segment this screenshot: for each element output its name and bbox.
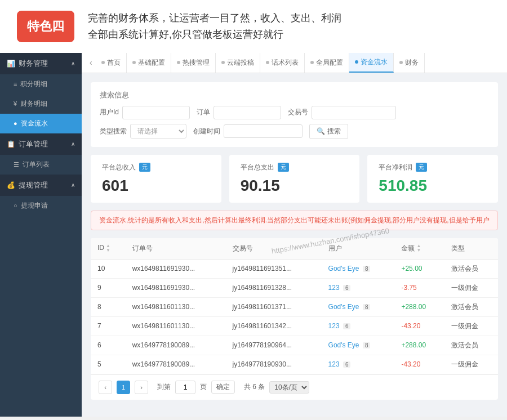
- prev-page-btn[interactable]: ‹: [99, 381, 112, 394]
- stat-label-total-income: 平台总收入 元: [102, 163, 210, 172]
- cell-type-4: 激活会员: [444, 336, 498, 355]
- item-label-capital-flow: 资金流水: [21, 119, 48, 128]
- page-unit-label: 页: [200, 382, 207, 392]
- search-field-order: 订单: [197, 106, 281, 119]
- tab-cloud-post[interactable]: 云端投稿: [216, 53, 260, 73]
- tab-skill-list[interactable]: 话术列表: [260, 53, 305, 73]
- tab-dot-home: [101, 61, 105, 64]
- tab-bar-items: 首页基础配置热搜管理云端投稿话术列表全局配置资金流水财务: [96, 53, 425, 73]
- tab-label-capital-flow-tab: 资金流水: [361, 53, 388, 73]
- cell-order-4: wx1649778190089...: [126, 336, 226, 355]
- createtime-input[interactable]: [224, 124, 303, 138]
- tab-label-home: 首页: [107, 53, 121, 73]
- sidebar-section-finance[interactable]: 📊财务管理∧: [0, 53, 82, 74]
- user-link-5[interactable]: 123: [328, 360, 340, 368]
- user-badge-1: 6: [343, 285, 351, 291]
- main-area: 📊财务管理∧≡积分明细¥财务明细●资金流水📋订单管理∧☰订单列表💰提现管理∧○提…: [0, 53, 507, 417]
- user-link-3[interactable]: 123: [328, 322, 340, 330]
- th-trade-no: 交易号: [226, 238, 322, 260]
- th-id[interactable]: ID▲▼: [91, 238, 126, 260]
- tab-home[interactable]: 首页: [96, 53, 127, 73]
- tab-capital-flow-tab[interactable]: 资金流水: [349, 53, 394, 73]
- banner-text: 完善的财务体系，让运营者一目了然，收入、支出、利润 全部由系统计算好,你只管做老…: [88, 10, 341, 43]
- type-select[interactable]: 请选择 激活会员 一级佣金: [130, 124, 186, 138]
- cell-user-2: God's Eye 8: [322, 297, 395, 316]
- next-page-btn[interactable]: ›: [135, 381, 148, 394]
- tab-basic-config[interactable]: 基础配置: [127, 53, 171, 73]
- sort-arrows-id[interactable]: ▲▼: [106, 244, 110, 253]
- cell-id-1: 9: [91, 278, 126, 297]
- tab-finance-tab[interactable]: 财务: [394, 53, 425, 73]
- section-icon-orders: 📋: [7, 140, 15, 148]
- search-btn-label: 搜索: [327, 127, 341, 136]
- table-body: 10 wx1649811691930... jy1649811691351...…: [91, 259, 498, 374]
- inner-content: https://www.huzhan.com/ishop47360 搜索信息 用…: [82, 73, 507, 409]
- goto-page-input[interactable]: [175, 381, 195, 394]
- section-label-finance: 财务管理: [19, 59, 48, 69]
- cell-trade-4: jy1649778190964...: [226, 336, 322, 355]
- order-input[interactable]: [214, 106, 281, 119]
- search-field-userid: 用户Id: [100, 106, 190, 119]
- cell-amount-2: +288.00: [394, 297, 444, 316]
- user-link-0[interactable]: God's Eye: [328, 265, 359, 272]
- search-field-createtime: 创建时间: [193, 124, 303, 138]
- th-order-no: 订单号: [126, 238, 226, 260]
- item-icon-points-detail: ≡: [14, 81, 17, 87]
- goto-confirm-btn[interactable]: 确定: [211, 381, 235, 394]
- stat-card-total-expense: 平台总支出 元 90.15: [229, 155, 360, 203]
- search-field-type: 类型搜索 请选择 激活会员 一级佣金: [100, 124, 186, 138]
- trade-label: 交易号: [288, 108, 308, 117]
- sidebar-item-capital-flow[interactable]: ●资金流水: [0, 114, 82, 133]
- tab-label-basic-config: 基础配置: [138, 53, 165, 73]
- top-banner: 特色四 完善的财务体系，让运营者一目了然，收入、支出、利润 全部由系统计算好,你…: [0, 0, 507, 53]
- sidebar-item-points-detail[interactable]: ≡积分明细: [0, 74, 82, 94]
- feature-badge: 特色四: [17, 11, 74, 43]
- user-link-4[interactable]: God's Eye: [328, 341, 359, 349]
- cell-user-1: 123 6: [322, 278, 395, 297]
- userid-input[interactable]: [122, 106, 190, 119]
- section-icon-finance: 📊: [7, 60, 15, 68]
- data-table: ID▲▼订单号交易号用户金额▲▼类型 10 wx1649811691930...…: [91, 238, 498, 374]
- sidebar-item-finance-detail[interactable]: ¥财务明细: [0, 94, 82, 114]
- tab-bar-prev-arrow[interactable]: ‹: [86, 58, 96, 67]
- type-label: 类型搜索: [100, 127, 127, 136]
- search-button[interactable]: 🔍 搜索: [309, 124, 348, 139]
- user-link-2[interactable]: God's Eye: [328, 303, 359, 311]
- th-label-amount: 金额: [401, 244, 415, 252]
- search-row-1: 用户Id 订单 交易号: [100, 106, 489, 119]
- sidebar-section-orders[interactable]: 📋订单管理∧: [0, 133, 82, 155]
- createtime-label: 创建时间: [193, 127, 220, 136]
- cell-user-5: 123 6: [322, 355, 395, 374]
- cell-type-2: 激活会员: [444, 297, 498, 316]
- sidebar-item-order-list[interactable]: ☰订单列表: [0, 155, 82, 175]
- table-row-5: 5 wx1649778190089... jy1649778190930... …: [91, 355, 498, 374]
- stat-unit-net-profit: 元: [416, 163, 427, 172]
- tab-global-config[interactable]: 全局配置: [305, 53, 349, 73]
- user-badge-3: 6: [343, 323, 351, 329]
- page-1-btn[interactable]: 1: [117, 381, 130, 394]
- stat-unit-total-expense: 元: [278, 163, 289, 172]
- table-header: ID▲▼订单号交易号用户金额▲▼类型: [91, 238, 498, 260]
- user-link-1[interactable]: 123: [328, 284, 340, 292]
- tab-hot-search[interactable]: 热搜管理: [171, 53, 216, 73]
- sidebar: 📊财务管理∧≡积分明细¥财务明细●资金流水📋订单管理∧☰订单列表💰提现管理∧○提…: [0, 53, 82, 417]
- table-row-3: 7 wx1649811601130... jy1649811601342... …: [91, 316, 498, 336]
- tab-label-global-config: 全局配置: [316, 53, 343, 73]
- order-label: 订单: [197, 108, 210, 117]
- sidebar-item-withdrawal-apply[interactable]: ○提现申请: [0, 196, 82, 216]
- sidebar-section-withdrawal[interactable]: 💰提现管理∧: [0, 175, 82, 196]
- page-size-select[interactable]: 10条/页 20条/页 50条/页: [269, 381, 309, 394]
- cell-user-4: God's Eye 8: [322, 336, 395, 355]
- tab-dot-hot-search: [177, 61, 180, 64]
- trade-input[interactable]: [312, 106, 396, 119]
- sort-arrows-amount[interactable]: ▲▼: [416, 244, 421, 253]
- user-badge-2: 8: [363, 304, 371, 310]
- cell-trade-0: jy1649811691351...: [226, 259, 322, 278]
- cell-order-0: wx1649811691930...: [126, 259, 226, 278]
- cell-trade-5: jy1649778190930...: [226, 355, 322, 374]
- cell-amount-5: -43.20: [394, 355, 444, 374]
- stat-label-text-net-profit: 平台净利润: [379, 163, 412, 172]
- search-section: 搜索信息 用户Id 订单 交易号: [91, 82, 498, 147]
- th-amount[interactable]: 金额▲▼: [394, 238, 444, 260]
- cell-trade-1: jy1649811691328...: [226, 278, 322, 297]
